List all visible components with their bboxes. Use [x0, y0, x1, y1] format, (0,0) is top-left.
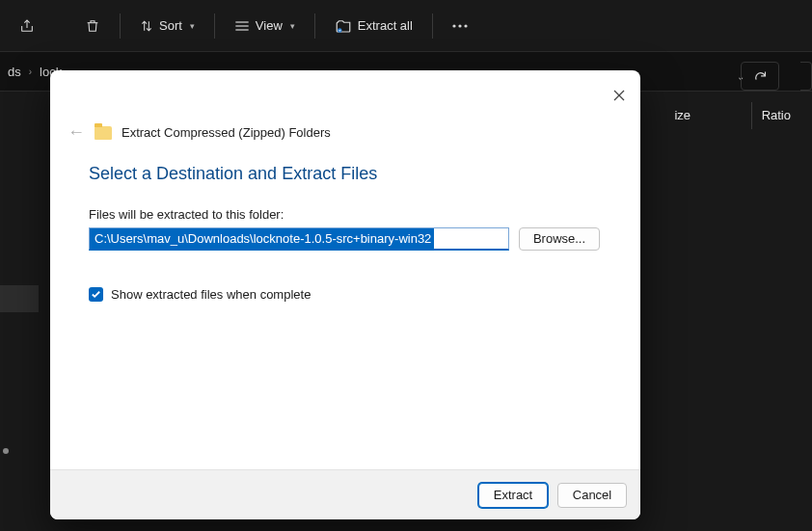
destination-folder-input[interactable]: C:\Users\mav_u\Downloads\locknote-1.0.5-… [89, 227, 509, 251]
extract-all-label: Extract all [358, 18, 413, 33]
view-button[interactable]: View ▾ [225, 13, 305, 39]
breadcrumb-seg: ds [8, 65, 21, 79]
divider [120, 13, 121, 39]
list-row-highlight [0, 285, 39, 312]
show-extracted-checkbox[interactable] [89, 287, 103, 302]
destination-folder-value: C:\Users\mav_u\Downloads\locknote-1.0.5-… [90, 228, 434, 249]
extract-dialog: ← Extract Compressed (Zipped) Folders Se… [50, 70, 640, 519]
svg-point-4 [452, 24, 455, 27]
cancel-button[interactable]: Cancel [557, 483, 627, 508]
divider [432, 13, 433, 39]
chevron-right-icon: › [29, 66, 32, 77]
chevron-down-icon: ▾ [290, 21, 295, 31]
more-button[interactable] [443, 18, 477, 34]
delete-button[interactable] [75, 12, 110, 40]
dialog-header: ← Extract Compressed (Zipped) Folders [50, 70, 640, 152]
divider [314, 13, 315, 39]
show-extracted-label: Show extracted files when complete [111, 287, 311, 302]
dialog-headline: Select a Destination and Extract Files [89, 164, 602, 184]
dialog-body: Select a Destination and Extract Files F… [50, 152, 640, 469]
status-dot [3, 448, 9, 454]
close-button[interactable] [609, 86, 629, 105]
column-ratio[interactable]: Ratio [762, 108, 791, 122]
refresh-button[interactable] [741, 62, 779, 91]
view-label: View [256, 18, 283, 33]
sort-label: Sort [159, 18, 182, 33]
svg-point-5 [458, 24, 461, 27]
share-button[interactable] [10, 13, 44, 40]
svg-point-6 [464, 24, 467, 27]
column-size[interactable]: ize [674, 108, 690, 122]
extract-all-button[interactable]: Extract all [325, 13, 422, 40]
search-box-stub[interactable] [800, 62, 812, 91]
zip-folder-icon [95, 126, 112, 140]
browse-button[interactable]: Browse... [519, 227, 600, 251]
chevron-down-icon: ▾ [190, 21, 195, 31]
column-divider [751, 102, 752, 129]
extract-button[interactable]: Extract [478, 483, 548, 508]
back-button[interactable]: ← [68, 122, 85, 143]
toolbar: Sort ▾ View ▾ Extract all [0, 0, 812, 51]
dialog-title: Extract Compressed (Zipped) Folders [122, 125, 331, 140]
dialog-footer: Extract Cancel [50, 469, 640, 519]
folder-label: Files will be extracted to this folder: [89, 207, 602, 222]
divider [214, 13, 215, 39]
sort-button[interactable]: Sort ▾ [130, 13, 204, 39]
